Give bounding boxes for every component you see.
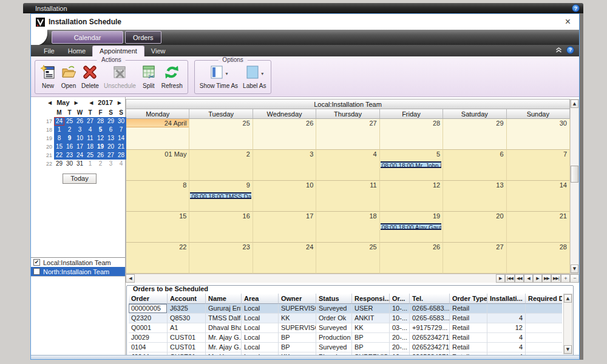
table-cell[interactable]: ANKIT: [352, 314, 390, 323]
calendar-day-cell[interactable]: 18: [316, 212, 379, 243]
next-year-icon[interactable]: ▶: [118, 100, 121, 106]
scroll-up-icon[interactable]: ▲: [571, 99, 578, 108]
table-cell[interactable]: Order Ok: [316, 314, 352, 323]
mini-calendar-day[interactable]: 29: [106, 117, 116, 126]
table-cell[interactable]: [487, 304, 526, 314]
table-cell[interactable]: [526, 343, 562, 352]
split-button[interactable]: ✂Split: [138, 64, 159, 90]
table-cell[interactable]: SUPERVISOR: [279, 323, 316, 333]
calendar-day-cell[interactable]: 25: [189, 119, 253, 150]
table-cell[interactable]: 02652342716: [410, 333, 450, 343]
mini-calendar-day[interactable]: 2: [64, 126, 75, 134]
table-cell[interactable]: [526, 304, 562, 314]
mini-calendar-day[interactable]: 10: [75, 134, 85, 143]
appointment[interactable]: 08:00 18:00 Mr. John D: [381, 161, 441, 168]
mini-calendar-day[interactable]: 28: [95, 117, 106, 126]
team-list-item[interactable]: ✔Local:Installation Team: [31, 258, 125, 267]
prev-year-icon[interactable]: ◀: [89, 100, 93, 106]
calendar-day-cell[interactable]: 16: [189, 212, 253, 243]
mini-calendar-day[interactable]: 28: [116, 151, 126, 160]
mini-calendar-day[interactable]: 25: [64, 117, 75, 126]
ribbon-tab-file[interactable]: File: [37, 46, 61, 56]
column-header-or[interactable]: Or...: [390, 294, 410, 304]
table-cell[interactable]: [526, 314, 562, 323]
calendar-day-cell[interactable]: 01 May: [126, 150, 189, 181]
calendar-day-cell[interactable]: 28: [507, 243, 570, 274]
calendar-day-cell[interactable]: 21: [507, 212, 570, 243]
table-cell[interactable]: USER: [352, 304, 390, 314]
mini-calendar-day[interactable]: 21: [116, 143, 126, 151]
open-button[interactable]: Open: [58, 64, 79, 90]
table-cell[interactable]: Local: [242, 314, 279, 323]
calendar-day-cell[interactable]: 3: [253, 150, 316, 181]
table-cell[interactable]: 4: [487, 343, 526, 352]
table-cell[interactable]: TMSS Dalfab: [206, 314, 242, 323]
column-header-account[interactable]: Account: [168, 294, 206, 304]
table-cell[interactable]: KK: [279, 314, 316, 323]
calendar-day-cell[interactable]: 27: [316, 119, 379, 150]
calendar-day-cell[interactable]: 30: [507, 119, 570, 150]
calendar-day-cell[interactable]: 26: [253, 119, 316, 150]
calendar-day-cell[interactable]: 14: [507, 181, 570, 212]
mini-calendar-day[interactable]: 1: [85, 160, 95, 168]
calendar-day-cell[interactable]: 26: [380, 243, 443, 274]
calendar-day-cell[interactable]: 2: [189, 150, 253, 181]
column-header-responsi[interactable]: Responsi...: [352, 294, 390, 304]
dropdown-caret-icon[interactable]: ▾: [261, 71, 263, 76]
mini-calendar-day[interactable]: 30: [116, 117, 126, 126]
orders-vertical-scrollbar[interactable]: ▲ ▼: [563, 294, 572, 354]
table-cell[interactable]: Dhaval Bha...: [206, 323, 242, 333]
mini-calendar-day[interactable]: 7: [116, 126, 126, 134]
calendar-day-cell[interactable]: 24 April: [126, 119, 189, 150]
calendar-day-cell[interactable]: 24: [253, 243, 316, 274]
ribbon-help-icon[interactable]: ?: [566, 46, 574, 54]
table-cell[interactable]: Mr. Ajay G...: [206, 333, 242, 343]
ribbon-tab-view[interactable]: View: [144, 46, 172, 56]
zoom-in-button[interactable]: +: [561, 274, 570, 283]
mini-calendar-day[interactable]: 4: [116, 160, 126, 168]
calendar-vertical-scrollbar[interactable]: ▲ ▼: [570, 99, 579, 274]
next-month-icon[interactable]: ▶: [75, 100, 78, 106]
table-cell[interactable]: CUST01: [168, 333, 206, 343]
calendar-day-cell[interactable]: 6: [443, 150, 506, 181]
mini-calendar-day[interactable]: 9: [64, 134, 75, 143]
table-cell[interactable]: +9175729...: [410, 323, 450, 333]
table-cell[interactable]: BP: [352, 343, 390, 352]
mini-calendar-day[interactable]: 11: [85, 134, 95, 143]
today-button[interactable]: Today: [63, 174, 97, 184]
table-cell[interactable]: Retail: [450, 314, 487, 323]
table-cell[interactable]: J0029: [129, 333, 168, 343]
table-cell[interactable]: 4: [487, 314, 526, 323]
new-button[interactable]: New: [38, 64, 58, 90]
ribbon-tab-home[interactable]: Home: [61, 46, 92, 56]
mini-calendar-day[interactable]: 16: [64, 143, 75, 151]
prev-month-icon[interactable]: ◀: [48, 100, 52, 106]
table-cell[interactable]: 0104: [129, 343, 168, 352]
calendar-day-cell[interactable]: 15: [126, 212, 189, 243]
calendar-day-cell[interactable]: 7: [507, 150, 570, 181]
table-cell[interactable]: J6325: [168, 304, 206, 314]
mini-calendar-day[interactable]: 30: [64, 160, 75, 168]
fast-forward-button[interactable]: ▶▶: [542, 274, 551, 283]
column-header-status[interactable]: Status: [316, 294, 352, 304]
mini-calendar-day[interactable]: 25: [85, 151, 95, 160]
column-header-area[interactable]: Area: [242, 294, 279, 304]
table-cell[interactable]: 0265-6583...: [410, 304, 450, 314]
table-cell[interactable]: KK: [352, 323, 390, 333]
table-cell[interactable]: Q2320: [129, 314, 168, 323]
appointment[interactable]: 08:00 18:00 TMSS Dalf: [190, 192, 251, 199]
mini-calendar-day[interactable]: 17: [75, 143, 85, 151]
column-header-owner[interactable]: Owner: [279, 294, 316, 304]
table-cell[interactable]: 12: [487, 323, 526, 333]
table-cell[interactable]: 20-...: [390, 333, 410, 343]
calendar-day-cell[interactable]: 1908:00 18:00 Ajay Gaut: [380, 212, 443, 243]
calendar-day-cell[interactable]: 10: [253, 181, 316, 212]
tab-orders[interactable]: Orders: [125, 31, 161, 44]
table-cell[interactable]: 02652342716: [410, 343, 450, 352]
column-header-required-d[interactable]: Required D...: [526, 294, 562, 304]
calendar-day-cell[interactable]: 27: [443, 243, 506, 274]
mini-calendar-day[interactable]: 3: [75, 126, 85, 134]
calendar-day-cell[interactable]: 20: [443, 212, 506, 243]
table-cell[interactable]: Local: [242, 323, 279, 333]
scroll-down-icon[interactable]: ▼: [571, 265, 578, 273]
